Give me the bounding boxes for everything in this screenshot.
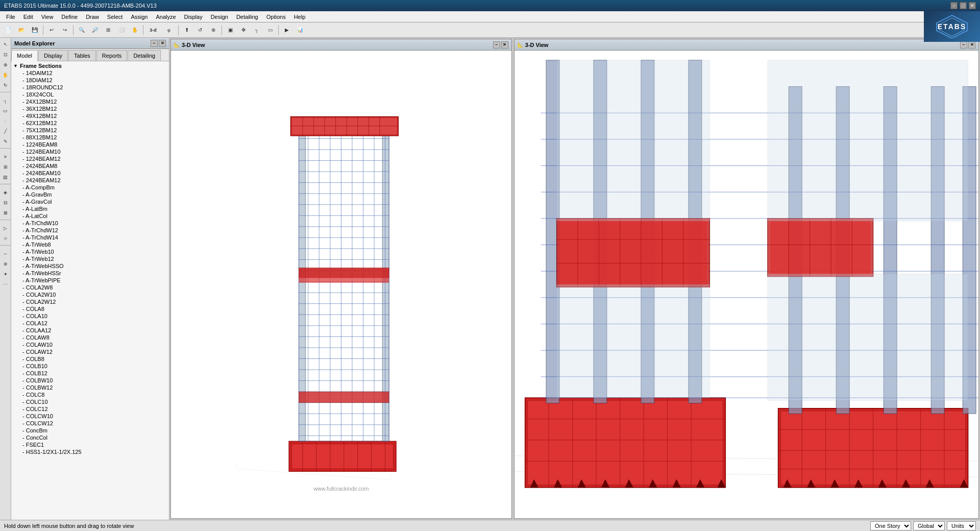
menu-edit[interactable]: Edit [19,13,37,21]
tool-snap2[interactable]: ✦ [1,270,10,279]
tree-item[interactable]: - COLB10 [11,363,169,370]
tree-item[interactable]: - A-LatCol [11,212,169,220]
tool-frame[interactable]: ┐ [1,96,10,105]
tool-display3[interactable]: ⊠ [1,208,10,218]
undo-button[interactable]: ↩ [45,24,58,36]
menu-view[interactable]: View [37,13,58,21]
tree-item[interactable]: - 88X12BM12 [11,134,169,141]
explorer-minimize[interactable]: − [151,40,158,47]
tree-item[interactable]: - 62X12BM12 [11,119,169,127]
maximize-button[interactable]: □ [960,2,967,9]
tree-item[interactable]: - COLA12 [11,320,169,327]
tree-item[interactable]: - A-GravBm [11,191,169,198]
tree-item[interactable]: - A-TrWebPIPE [11,277,169,284]
tree-item[interactable]: - 75X12BM12 [11,127,169,134]
phi-button[interactable]: φ [162,24,176,36]
tree-item[interactable]: - COLBW10 [11,377,169,384]
coord-dropdown[interactable]: Global Local [913,521,945,530]
tool-assign2[interactable]: ⊞ [1,162,10,172]
menu-options[interactable]: Options [262,13,290,21]
menu-analyze[interactable]: Analyze [152,13,180,21]
tree-item[interactable]: - COLC12 [11,405,169,413]
tree-item[interactable]: - 1224BEAM12 [11,155,169,162]
tree-item[interactable]: - COLCW12 [11,420,169,427]
new-button[interactable]: 📄 [2,24,14,36]
tree-item[interactable]: - 49X12BM12 [11,112,169,119]
tool-select[interactable]: ⊡ [1,50,10,59]
tab-detailing[interactable]: Detailing [128,50,161,61]
tree-item[interactable]: - A-TrWeb8 [11,241,169,248]
menu-design[interactable]: Design [207,13,232,21]
tree-item[interactable]: - A-TrChdW12 [11,227,169,234]
tool-analyze2[interactable]: ⊹ [1,234,10,243]
menu-select[interactable]: Select [103,13,127,21]
tree-frame-sections[interactable]: ▼ Frame Sections [11,62,169,69]
tree-item[interactable]: - A-GravCol [11,198,169,205]
minimize-button[interactable]: − [950,2,958,9]
view-minimize-left[interactable]: − [493,41,500,49]
tree-item[interactable]: - A-TrWebHSSO [11,262,169,270]
menu-file[interactable]: File [2,13,19,21]
menu-display[interactable]: Display [180,13,207,21]
tree-item[interactable]: - A-TrWebHSSr [11,270,169,277]
tab-reports[interactable]: Reports [96,50,128,61]
tree-item[interactable]: - 18X24COL [11,91,169,98]
tool-pointer[interactable]: ↖ [1,40,10,49]
menu-detailing[interactable]: Detailing [232,13,262,21]
tool-area[interactable]: ▭ [1,106,10,115]
tree-item[interactable]: - ConcBm [11,427,169,434]
tree-item[interactable]: - COLA2W8 [11,284,169,291]
tree-item[interactable]: - COLCW10 [11,413,169,420]
tree-item[interactable]: - COLAW10 [11,341,169,348]
tree-item[interactable]: - A-LatBm [11,205,169,212]
menu-help[interactable]: Help [290,13,310,21]
3d-view-button[interactable]: 3-d [145,24,161,36]
tree-item[interactable]: - 2424BEAM10 [11,170,169,177]
tool-line[interactable]: ╱ [1,127,10,136]
tree-item[interactable]: - HSS1-1/2X1-1/2X.125 [11,448,169,455]
toolbar-select[interactable]: ▣ [224,24,236,36]
tool-misc[interactable]: ⋯ [1,280,10,289]
tree-item[interactable]: - ConcCol [11,434,169,441]
tree-item[interactable]: - COLB12 [11,370,169,377]
tool-edit[interactable]: ✎ [1,137,10,146]
tree-item[interactable]: - FSEC1 [11,441,169,448]
tool-section[interactable]: ▤ [1,173,10,182]
tool-display1[interactable]: ◈ [1,188,10,197]
tree-item[interactable]: - 18ROUNDC12 [11,84,169,91]
view-minimize-right[interactable]: − [960,41,967,49]
tree-item[interactable]: - 2424BEAM8 [11,162,169,170]
tree-item[interactable]: - COLAA12 [11,327,169,334]
story-dropdown[interactable]: One Story All Stories [870,521,911,530]
tree-item[interactable]: - 1224BEAM8 [11,141,169,148]
view-content-right[interactable] [514,51,978,518]
menu-draw[interactable]: Draw [82,13,103,21]
tree-item[interactable]: - COLB8 [11,355,169,363]
tree-item[interactable]: - COLC10 [11,398,169,405]
zoom-out-button[interactable]: 🔎 [89,24,101,36]
tree-item[interactable]: - COLC8 [11,391,169,398]
tree-item[interactable]: - COLA2W12 [11,298,169,305]
tree-item[interactable]: - 18DIAM12 [11,77,169,84]
toolbar-run[interactable]: ▶ [281,24,293,36]
tree-item[interactable]: - COLAW8 [11,334,169,341]
tab-tables[interactable]: Tables [68,50,96,61]
tree-item[interactable]: - 2424BEAM12 [11,177,169,184]
tool-pan[interactable]: ✋ [1,70,10,80]
tree-item[interactable]: - COLA10 [11,312,169,320]
toolbar-rotate[interactable]: ↺ [194,24,206,36]
tab-display[interactable]: Display [38,50,68,61]
tree-item[interactable]: - A-TrWeb12 [11,255,169,262]
explorer-tree[interactable]: ▼ Frame Sections - 14DAIM12- 18DIAM12- 1… [11,61,169,520]
toolbar-snap[interactable]: ⊕ [207,24,219,36]
tree-item[interactable]: - 14DAIM12 [11,69,169,77]
save-button[interactable]: 💾 [29,24,41,36]
view-close-right[interactable]: ✕ [968,41,975,49]
zoom-window-button[interactable]: ⬜ [115,24,128,36]
toolbar-draw-area[interactable]: ▭ [264,24,276,36]
explorer-close[interactable]: ✕ [159,40,166,47]
tree-item[interactable]: - A-TrChdW10 [11,220,169,227]
tool-zoom[interactable]: ⊕ [1,60,10,69]
tree-item[interactable]: - COLA8 [11,305,169,312]
open-button[interactable]: 📂 [15,24,28,36]
